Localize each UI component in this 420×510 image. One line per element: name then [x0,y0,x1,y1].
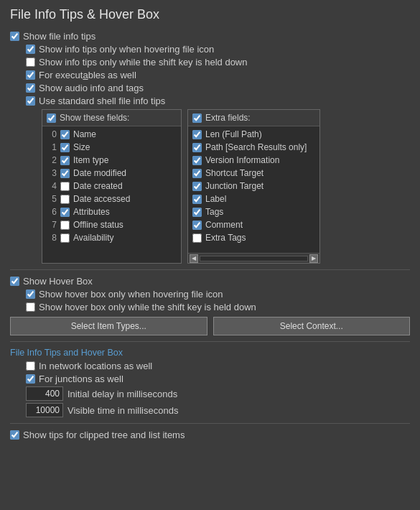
select-item-types-button[interactable]: Select Item Types... [10,317,207,335]
hover-shift-checkbox[interactable] [26,302,35,312]
standard-shell-checkbox[interactable] [26,96,35,106]
fields-container: Show these fields: 0 Name1 Size2 Item ty… [42,109,410,264]
show-file-info-text: Show file info tips [23,31,95,42]
list-item[interactable]: 3 Date modified [42,167,181,180]
field-checkbox[interactable] [60,195,70,204]
list-item[interactable]: Shortcut Target [188,167,319,180]
list-item[interactable]: 0 Name [42,128,181,141]
field-label: Comment [205,220,243,230]
for-junctions-checkbox[interactable] [26,374,35,384]
list-item[interactable]: Path [Search Results only] [188,141,319,154]
field-checkbox[interactable] [192,182,202,191]
scroll-right-btn[interactable]: ▶ [309,254,318,263]
list-item[interactable]: Tags [188,205,319,218]
show-these-fields-checkbox[interactable] [47,113,56,123]
for-exec-label[interactable]: For executables as well [26,70,136,80]
hover-shift-row: Show hover box only while the shift key … [26,302,410,312]
select-context-button[interactable]: Select Context... [213,317,411,335]
field-checkbox[interactable] [60,143,70,152]
right-field-list[interactable]: Len (Full Path) Path [Search Results onl… [188,126,319,253]
field-checkbox[interactable] [192,233,202,243]
for-junctions-label[interactable]: For junctions as well [26,374,123,384]
field-checkbox[interactable] [192,130,202,139]
extra-fields-checkbox[interactable] [192,113,202,123]
field-label: Extra Tags [205,233,246,243]
field-checkbox[interactable] [60,208,70,217]
left-field-list[interactable]: 0 Name1 Size2 Item type3 Date modified4 … [42,126,181,263]
field-checkbox[interactable] [192,143,202,152]
list-item[interactable]: Extra Tags [188,231,319,244]
list-item[interactable]: 5 Date accessed [42,193,181,205]
show-file-info-checkbox[interactable] [10,32,19,41]
only-hovering-checkbox[interactable] [26,45,35,54]
field-number: 3 [47,168,57,178]
field-checkbox[interactable] [60,130,70,139]
show-hover-box-checkbox[interactable] [10,277,19,286]
button-row: Select Item Types... Select Context... [10,317,410,335]
field-label: Date created [73,181,123,191]
field-label: Item type [73,155,108,165]
in-network-row: In network locations as well [26,361,410,371]
list-item[interactable]: 7 Offline status [42,218,181,231]
in-network-checkbox[interactable] [26,361,35,371]
list-item[interactable]: 6 Attributes [42,205,181,218]
field-checkbox[interactable] [60,221,70,230]
show-hover-box-row: Show Hover Box [10,276,410,287]
field-number: 4 [47,181,57,191]
field-label: Date accessed [73,194,130,204]
only-shift-label[interactable]: Show info tips only while the shift key … [26,57,248,68]
show-tips-clipped-label[interactable]: Show tips for clipped tree and list item… [10,430,185,440]
field-checkbox[interactable] [60,182,70,191]
show-tips-clipped-checkbox[interactable] [10,430,19,440]
hover-hovering-checkbox[interactable] [26,289,35,299]
field-label: Tags [205,207,223,217]
field-checkbox[interactable] [192,195,202,204]
only-shift-checkbox[interactable] [26,57,35,67]
standard-shell-text: Use standard shell file info tips [39,96,165,106]
list-item[interactable]: Label [188,193,319,205]
standard-shell-label[interactable]: Use standard shell file info tips [26,96,165,106]
list-item[interactable]: 8 Availability [42,231,181,244]
initial-delay-input[interactable] [26,386,63,401]
show-file-info-row: Show file info tips [10,31,410,42]
audio-label[interactable]: Show audio info and tags [26,83,144,93]
list-item[interactable]: Comment [188,218,319,231]
field-label: Path [Search Results only] [205,142,307,152]
field-checkbox[interactable] [60,169,70,178]
field-checkbox[interactable] [192,208,202,217]
hover-hovering-label[interactable]: Show hover box only when hovering file i… [26,289,223,300]
page-title: File Info Tips & Hover Box [10,7,410,22]
visible-time-input[interactable] [26,403,63,417]
show-file-info-label[interactable]: Show file info tips [10,31,95,42]
list-item[interactable]: Len (Full Path) [188,128,319,141]
field-label: Attributes [73,207,110,217]
only-shift-row: Show info tips only while the shift key … [26,57,410,68]
right-field-box: Extra fields: Len (Full Path) Path [Sear… [187,109,320,264]
list-item[interactable]: 1 Size [42,141,181,154]
only-hovering-label[interactable]: Show info tips only when hovering file i… [26,44,214,55]
scroll-left-btn[interactable]: ◀ [190,254,198,263]
visible-time-row: Visible time in milliseconds [10,403,410,417]
field-checkbox[interactable] [60,233,70,243]
field-checkbox[interactable] [60,156,70,165]
audio-checkbox[interactable] [26,83,35,93]
field-checkbox[interactable] [192,169,202,178]
show-hover-box-label[interactable]: Show Hover Box [10,276,93,287]
field-checkbox[interactable] [192,156,202,165]
right-scrollbar-h[interactable]: ◀ ▶ [188,253,319,263]
show-tips-clipped-text: Show tips for clipped tree and list item… [23,430,185,440]
list-item[interactable]: 4 Date created [42,180,181,193]
list-item[interactable]: Junction Target [188,180,319,193]
visible-time-label: Visible time in milliseconds [67,405,178,416]
hover-shift-label[interactable]: Show hover box only while the shift key … [26,302,256,312]
for-exec-checkbox[interactable] [26,70,35,80]
field-label: Offline status [73,220,123,230]
field-checkbox[interactable] [192,221,202,230]
list-item[interactable]: Version Information [188,154,319,167]
field-label: Label [205,194,226,204]
list-item[interactable]: 2 Item type [42,154,181,167]
in-network-label[interactable]: In network locations as well [26,361,152,371]
field-label: Junction Target [205,181,263,191]
field-number: 0 [47,129,57,139]
only-hovering-text: Show info tips only when hovering file i… [39,44,214,55]
